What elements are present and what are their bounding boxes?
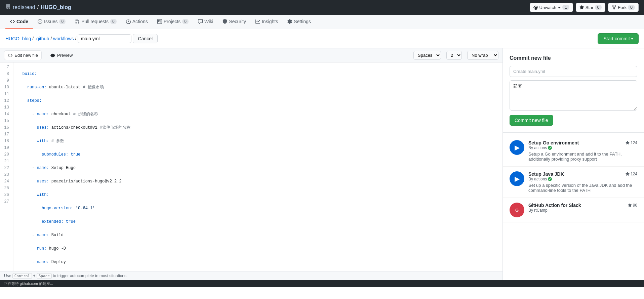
star-button[interactable]: Star 0 [576, 3, 606, 12]
breadcrumb-sep3: / [75, 36, 77, 41]
repo-title: redisread / HUGO_blog [5, 4, 71, 11]
actions-sidebar: ▶ Setup Go environment 124 By actions Se… [503, 133, 644, 225]
breadcrumb-github[interactable]: .github [35, 36, 49, 41]
ctrl-key: Control [12, 273, 32, 279]
tab-code[interactable]: Code [5, 15, 33, 29]
action-by-java: By actions [528, 177, 637, 181]
fork-button[interactable]: Fork 0 [608, 3, 639, 12]
action-info-java: Setup Java JDK 124 By actions Set up a s… [528, 171, 637, 193]
separator: / [37, 4, 39, 10]
breadcrumb-root[interactable]: HUGO_blog [5, 36, 31, 41]
filename-input[interactable] [78, 34, 131, 43]
cancel-button[interactable]: Cancel [133, 34, 158, 43]
action-stars-java: 124 [626, 172, 637, 176]
commit-description-input[interactable]: 部署 [510, 80, 637, 111]
action-title-slack[interactable]: GitHub Action for Slack [528, 203, 581, 208]
editor-toolbar: Edit new file Preview Spaces Tabs 2 4 No… [0, 48, 502, 62]
start-commit-button[interactable]: Start commit ▾ [598, 33, 639, 44]
tab-projects[interactable]: Projects 0 [153, 15, 193, 29]
commit-form-title: Commit new file [510, 55, 637, 61]
hint-bar: Use Control + Space to trigger autocompl… [0, 271, 502, 280]
code-content[interactable]: build: runs-on: ubuntu-latest # 镜像市场 ste… [13, 62, 502, 271]
tab-wiki[interactable]: Wiki [193, 15, 218, 29]
commit-new-file-button[interactable]: Commit new file [510, 115, 553, 126]
commit-message-input[interactable] [510, 66, 637, 77]
editor-panel: Edit new file Preview Spaces Tabs 2 4 No… [0, 48, 503, 280]
action-info-slack: GitHub Action for Slack 96 By rtCamp [528, 203, 637, 213]
edit-tab[interactable]: Edit new file [4, 50, 42, 60]
breadcrumb-workflows[interactable]: workflows [53, 36, 74, 41]
editor-container: Edit new file Preview Spaces Tabs 2 4 No… [0, 48, 644, 280]
line-numbers: 7891011 1213141516 1718192021 2223242526… [0, 62, 13, 271]
commit-form: Commit new file 部署 Commit new file [503, 48, 644, 133]
top-header: redisread / HUGO_blog Unwatch 1 Star 0 F… [0, 0, 644, 15]
preview-tab[interactable]: Preview [47, 51, 76, 60]
action-stars-go: 124 [626, 140, 637, 145]
action-by-go: By actions [528, 145, 637, 150]
action-item-go: ▶ Setup Go environment 124 By actions Se… [503, 135, 644, 167]
repo-link[interactable]: HUGO_blog [41, 4, 71, 10]
tab-actions[interactable]: Actions [121, 15, 153, 29]
breadcrumb-bar: HUGO_blog / .github / workflows / Cancel… [0, 29, 644, 48]
space-key: Space [37, 273, 52, 279]
tab-pull-requests[interactable]: Pull requests 0 [70, 15, 121, 29]
tab-settings[interactable]: Settings [283, 15, 316, 29]
action-item-java: ▶ Setup Java JDK 124 By actions Set up a… [503, 167, 644, 198]
action-icon-slack: G [510, 203, 524, 217]
action-title-java[interactable]: Setup Java JDK [528, 171, 564, 177]
header-actions: Unwatch 1 Star 0 Fork 0 [530, 3, 639, 12]
right-panel: Commit new file 部署 Commit new file ▶ Set… [503, 48, 644, 280]
action-icon-go: ▶ [510, 140, 524, 155]
action-desc-go: Setup a Go environment and add it to the… [528, 152, 637, 162]
watch-button[interactable]: Unwatch 1 [530, 3, 573, 12]
wrap-select[interactable]: No wrap Soft wrap [467, 51, 498, 60]
status-bar: 正在等待 github.com 的响应... [0, 280, 644, 287]
action-by-slack: By rtCamp [528, 208, 637, 213]
tab-issues[interactable]: Issues 0 [33, 15, 70, 29]
dropdown-arrow-icon: ▾ [631, 37, 633, 41]
action-item-slack: G GitHub Action for Slack 96 By rtCamp [503, 198, 644, 222]
action-icon-java: ▶ [510, 171, 524, 186]
breadcrumb-sep2: / [50, 36, 52, 41]
breadcrumb: HUGO_blog / .github / workflows / Cancel [5, 34, 158, 43]
tab-security[interactable]: Security [218, 15, 251, 29]
code-editor[interactable]: 7891011 1213141516 1718192021 2223242526… [0, 62, 502, 271]
breadcrumb-sep1: / [32, 36, 34, 41]
action-desc-java: Set up a specific version of the Java JD… [528, 183, 637, 193]
action-info-go: Setup Go environment 124 By actions Setu… [528, 140, 637, 162]
action-title-go[interactable]: Setup Go environment [528, 140, 579, 145]
tab-insights[interactable]: Insights [251, 15, 283, 29]
spaces-select[interactable]: Spaces Tabs [413, 51, 441, 60]
indent-select[interactable]: 2 4 [446, 51, 462, 60]
nav-tabs: Code Issues 0 Pull requests 0 Actions Pr… [0, 15, 644, 29]
status-text: 正在等待 github.com 的响应... [4, 282, 53, 286]
owner-link[interactable]: redisread [13, 4, 35, 10]
action-stars-slack: 96 [628, 203, 637, 208]
repo-icon [5, 4, 11, 11]
